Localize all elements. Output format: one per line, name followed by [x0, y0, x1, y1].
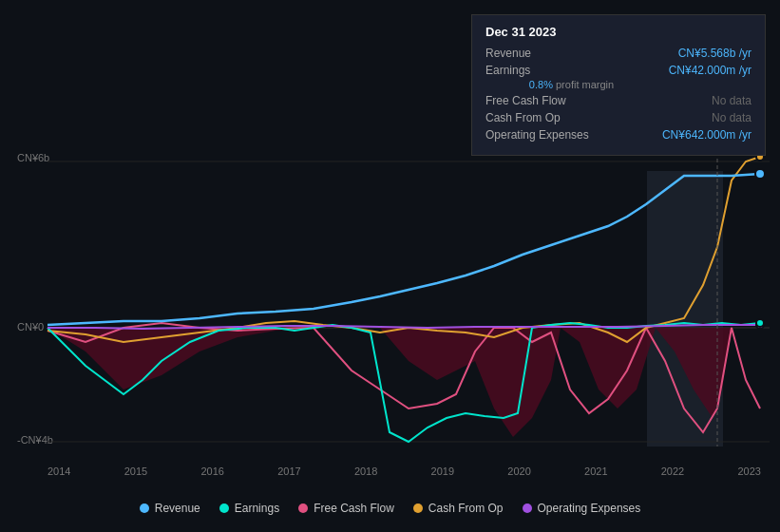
tooltip-row-earnings: Earnings CN¥42.000m /yr — [485, 64, 751, 77]
profit-margin: 0.8% profit margin — [485, 79, 751, 90]
svg-point-7 — [756, 319, 764, 327]
tooltip-row-opex: Operating Expenses CN¥642.000m /yr — [485, 128, 751, 142]
tooltip-row-cashfromop: Cash From Op No data — [485, 111, 751, 124]
legend-item-cashfromop[interactable]: Cash From Op — [413, 502, 504, 515]
x-label-2020: 2020 — [507, 466, 530, 477]
tooltip-row-fcf: Free Cash Flow No data — [485, 94, 751, 107]
x-label-2014: 2014 — [48, 466, 70, 477]
x-axis-labels: 2014 2015 2016 2017 2018 2019 2020 2021 … — [48, 466, 761, 477]
tooltip-box: Dec 31 2023 Revenue CN¥5.568b /yr Earnin… — [471, 14, 766, 156]
legend-dot-fcf — [298, 504, 308, 513]
tooltip-value-opex: CN¥642.000m /yr — [662, 128, 751, 142]
x-label-2015: 2015 — [124, 466, 147, 477]
x-label-2017: 2017 — [277, 466, 300, 477]
tooltip-label-revenue: Revenue — [485, 47, 599, 60]
legend-item-revenue[interactable]: Revenue — [140, 502, 200, 515]
tooltip-value-revenue: CN¥5.568b /yr — [678, 47, 751, 60]
legend-item-fcf[interactable]: Free Cash Flow — [298, 502, 394, 515]
legend-label-fcf: Free Cash Flow — [314, 502, 394, 515]
tooltip-value-earnings: CN¥42.000m /yr — [669, 64, 751, 77]
legend-dot-cashfromop — [413, 504, 423, 513]
legend-label-earnings: Earnings — [235, 502, 279, 515]
svg-point-4 — [755, 169, 765, 179]
legend-label-cashfromop: Cash From Op — [428, 502, 504, 515]
tooltip-label-cashfromop: Cash From Op — [485, 111, 599, 124]
x-label-2019: 2019 — [431, 466, 454, 477]
tooltip-label-opex: Operating Expenses — [485, 128, 599, 142]
legend-label-revenue: Revenue — [155, 502, 200, 515]
legend: Revenue Earnings Free Cash Flow Cash Fro… — [0, 502, 780, 515]
legend-item-opexpenses[interactable]: Operating Expenses — [523, 502, 641, 515]
tooltip-date: Dec 31 2023 — [485, 25, 751, 39]
legend-label-opexpenses: Operating Expenses — [538, 502, 641, 515]
tooltip-label-earnings: Earnings — [485, 64, 599, 77]
x-label-2016: 2016 — [200, 466, 223, 477]
legend-dot-earnings — [219, 504, 229, 513]
x-label-2018: 2018 — [354, 466, 377, 477]
chart-container: Dec 31 2023 Revenue CN¥5.568b /yr Earnin… — [0, 0, 780, 532]
x-label-2021: 2021 — [584, 466, 607, 477]
tooltip-value-fcf: No data — [712, 94, 751, 107]
tooltip-label-fcf: Free Cash Flow — [485, 94, 599, 107]
tooltip-row-revenue: Revenue CN¥5.568b /yr — [485, 47, 751, 60]
x-label-2022: 2022 — [661, 466, 684, 477]
legend-dot-opexpenses — [523, 504, 532, 513]
tooltip-value-cashfromop: No data — [712, 111, 751, 124]
x-label-2023: 2023 — [737, 466, 760, 477]
legend-item-earnings[interactable]: Earnings — [219, 502, 279, 515]
legend-dot-revenue — [140, 504, 149, 513]
